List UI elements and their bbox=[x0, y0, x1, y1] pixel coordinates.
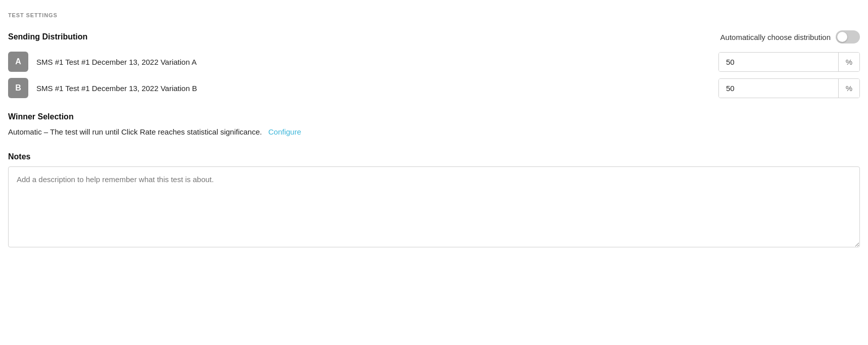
variation-a-name: SMS #1 Test #1 December 13, 2022 Variati… bbox=[36, 58, 718, 66]
variation-a-badge: A bbox=[8, 52, 28, 72]
winner-description-text: Automatic – The test will run until Clic… bbox=[8, 127, 262, 136]
sending-distribution-title: Sending Distribution bbox=[8, 32, 87, 41]
section-label: TEST SETTINGS bbox=[8, 12, 860, 18]
winner-selection-description: Automatic – The test will run until Clic… bbox=[8, 126, 860, 138]
variation-b-percentage-wrapper: % bbox=[718, 78, 860, 98]
auto-distribution-label-text: Automatically choose distribution bbox=[720, 33, 831, 41]
variation-a-percentage-input[interactable] bbox=[719, 53, 838, 71]
winner-selection-title: Winner Selection bbox=[8, 112, 860, 121]
notes-textarea[interactable] bbox=[8, 166, 860, 247]
auto-distribution-toggle[interactable] bbox=[836, 30, 860, 44]
variation-a-row: A SMS #1 Test #1 December 13, 2022 Varia… bbox=[8, 52, 860, 72]
variation-b-row: B SMS #1 Test #1 December 13, 2022 Varia… bbox=[8, 78, 860, 98]
notes-title: Notes bbox=[8, 152, 860, 161]
variation-a-percentage-wrapper: % bbox=[718, 52, 860, 72]
variation-b-percent-symbol: % bbox=[838, 79, 859, 98]
configure-link[interactable]: Configure bbox=[268, 127, 301, 136]
variation-a-percent-symbol: % bbox=[838, 53, 859, 71]
variation-b-badge: B bbox=[8, 78, 28, 98]
variation-b-percentage-input[interactable] bbox=[719, 79, 838, 98]
variation-b-name: SMS #1 Test #1 December 13, 2022 Variati… bbox=[36, 84, 718, 93]
